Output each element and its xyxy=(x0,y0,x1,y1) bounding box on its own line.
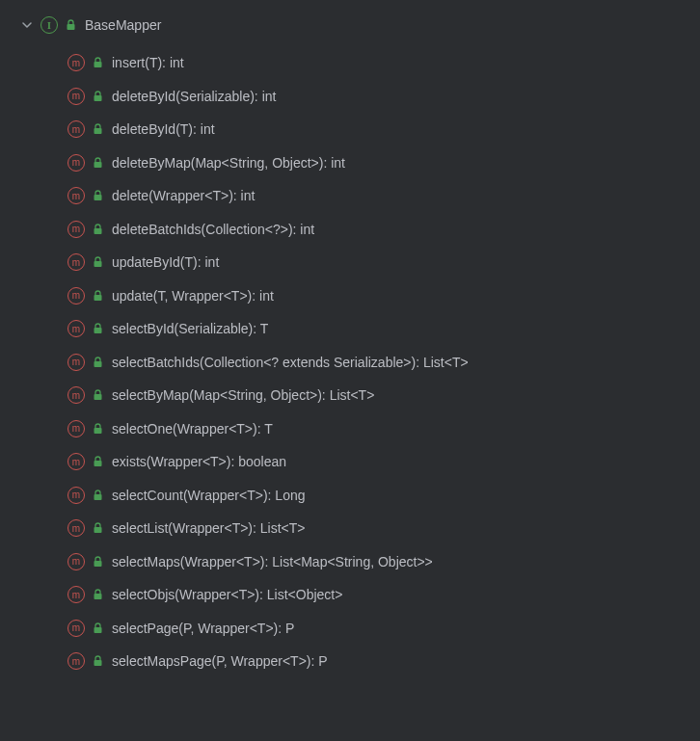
method-icon: m xyxy=(67,320,85,337)
svg-rect-9 xyxy=(94,328,101,333)
tree-method-row[interactable]: minsert(T): int xyxy=(67,46,700,80)
svg-rect-7 xyxy=(94,261,101,267)
method-signature: selectOne(Wrapper<T>): T xyxy=(112,421,273,437)
tree-method-row[interactable]: mdeleteByMap(Map<String, Object>): int xyxy=(67,146,700,180)
tree-method-row[interactable]: mdeleteById(T): int xyxy=(67,113,700,146)
method-icon-letter: m xyxy=(72,58,80,68)
method-icon-letter: m xyxy=(72,157,80,168)
tree-method-row[interactable]: mselectBatchIds(Collection<? extends Ser… xyxy=(67,346,700,380)
method-icon: m xyxy=(67,652,85,670)
method-icon: m xyxy=(67,553,85,570)
tree-method-row[interactable]: mdeleteById(Serializable): int xyxy=(67,80,700,114)
method-icon: m xyxy=(67,354,85,371)
method-icon: m xyxy=(67,154,85,172)
tree-children: minsert(T): intmdeleteById(Serializable)… xyxy=(0,46,700,678)
tree-method-row[interactable]: mselectMapsPage(P, Wrapper<T>): P xyxy=(67,645,700,678)
method-signature: delete(Wrapper<T>): int xyxy=(112,188,255,203)
tree-method-row[interactable]: mupdate(T, Wrapper<T>): int xyxy=(67,279,700,313)
method-icon-letter: m xyxy=(72,124,80,135)
svg-rect-8 xyxy=(94,295,101,301)
svg-rect-1 xyxy=(94,62,101,67)
tree-root-row[interactable]: I BaseMapper xyxy=(0,13,700,37)
tree-method-row[interactable]: mselectList(Wrapper<T>): List<T> xyxy=(67,512,700,545)
method-icon-letter: m xyxy=(72,224,80,234)
tree-method-row[interactable]: mupdateById(T): int xyxy=(67,246,700,279)
method-icon-letter: m xyxy=(72,457,80,467)
method-icon: m xyxy=(67,88,85,105)
lock-icon xyxy=(91,255,104,269)
method-signature: selectById(Serializable): T xyxy=(112,321,268,336)
method-signature: selectByMap(Map<String, Object>): List<T… xyxy=(112,387,374,403)
svg-rect-3 xyxy=(94,128,101,134)
lock-icon xyxy=(91,654,104,668)
tree-method-row[interactable]: mselectMaps(Wrapper<T>): List<Map<String… xyxy=(67,545,700,579)
tree-method-row[interactable]: mselectCount(Wrapper<T>): Long xyxy=(67,479,700,513)
svg-rect-15 xyxy=(94,527,101,533)
method-icon: m xyxy=(67,120,85,138)
svg-rect-14 xyxy=(94,494,101,500)
method-signature: exists(Wrapper<T>): boolean xyxy=(112,454,286,469)
method-signature: selectBatchIds(Collection<? extends Seri… xyxy=(112,355,469,370)
method-signature: deleteBatchIds(Collection<?>): int xyxy=(112,222,314,237)
tree-method-row[interactable]: mselectPage(P, Wrapper<T>): P xyxy=(67,612,700,646)
method-signature: updateById(T): int xyxy=(112,254,219,270)
svg-rect-5 xyxy=(94,195,101,200)
lock-icon xyxy=(91,156,104,170)
lock-icon xyxy=(91,90,104,103)
method-icon: m xyxy=(67,620,85,637)
lock-icon xyxy=(91,388,104,402)
method-icon: m xyxy=(67,54,85,71)
method-icon: m xyxy=(67,453,85,470)
method-icon: m xyxy=(67,420,85,437)
method-icon-letter: m xyxy=(72,656,80,667)
lock-icon xyxy=(91,322,104,335)
method-signature: insert(T): int xyxy=(112,55,184,70)
svg-rect-4 xyxy=(94,162,101,168)
method-icon-letter: m xyxy=(72,390,80,401)
method-signature: selectMaps(Wrapper<T>): List<Map<String,… xyxy=(112,554,433,569)
lock-icon xyxy=(91,189,104,202)
lock-icon xyxy=(91,289,104,303)
method-signature: selectMapsPage(P, Wrapper<T>): P xyxy=(112,653,328,669)
method-icon: m xyxy=(67,253,85,271)
tree-method-row[interactable]: mdelete(Wrapper<T>): int xyxy=(67,179,700,213)
tree-method-row[interactable]: mdeleteBatchIds(Collection<?>): int xyxy=(67,213,700,247)
tree-method-row[interactable]: mselectOne(Wrapper<T>): T xyxy=(67,412,700,446)
method-icon: m xyxy=(67,287,85,304)
svg-rect-12 xyxy=(94,428,101,434)
svg-rect-18 xyxy=(94,627,101,633)
tree-method-row[interactable]: mselectById(Serializable): T xyxy=(67,312,700,346)
svg-rect-0 xyxy=(67,24,74,30)
lock-icon xyxy=(91,555,104,569)
svg-rect-17 xyxy=(94,594,101,599)
interface-icon: I xyxy=(40,16,58,34)
svg-rect-10 xyxy=(94,361,101,367)
lock-icon xyxy=(91,489,104,502)
method-signature: deleteByMap(Map<String, Object>): int xyxy=(112,155,345,171)
method-signature: selectPage(P, Wrapper<T>): P xyxy=(112,621,294,636)
tree-method-row[interactable]: mselectByMap(Map<String, Object>): List<… xyxy=(67,379,700,412)
lock-icon xyxy=(91,56,104,69)
method-signature: selectList(Wrapper<T>): List<T> xyxy=(112,520,305,536)
svg-rect-11 xyxy=(94,394,101,400)
svg-rect-2 xyxy=(94,95,101,101)
method-signature: update(T, Wrapper<T>): int xyxy=(112,288,274,304)
svg-rect-13 xyxy=(94,461,101,466)
method-icon-letter: m xyxy=(72,423,80,434)
tree-method-row[interactable]: mexists(Wrapper<T>): boolean xyxy=(67,445,700,479)
chevron-down-icon[interactable] xyxy=(19,17,35,33)
method-signature: deleteById(T): int xyxy=(112,121,215,137)
method-signature: selectObjs(Wrapper<T>): List<Object> xyxy=(112,587,342,602)
method-icon-letter: m xyxy=(72,191,80,201)
tree-method-row[interactable]: mselectObjs(Wrapper<T>): List<Object> xyxy=(67,578,700,612)
method-icon-letter: m xyxy=(72,257,80,268)
lock-icon xyxy=(91,588,104,601)
method-icon-letter: m xyxy=(72,357,80,367)
svg-rect-6 xyxy=(94,228,101,234)
lock-icon xyxy=(91,122,104,136)
method-icon: m xyxy=(67,487,85,504)
method-icon-letter: m xyxy=(72,490,80,500)
method-icon: m xyxy=(67,386,85,404)
lock-icon xyxy=(91,622,104,635)
method-icon-letter: m xyxy=(72,523,80,534)
